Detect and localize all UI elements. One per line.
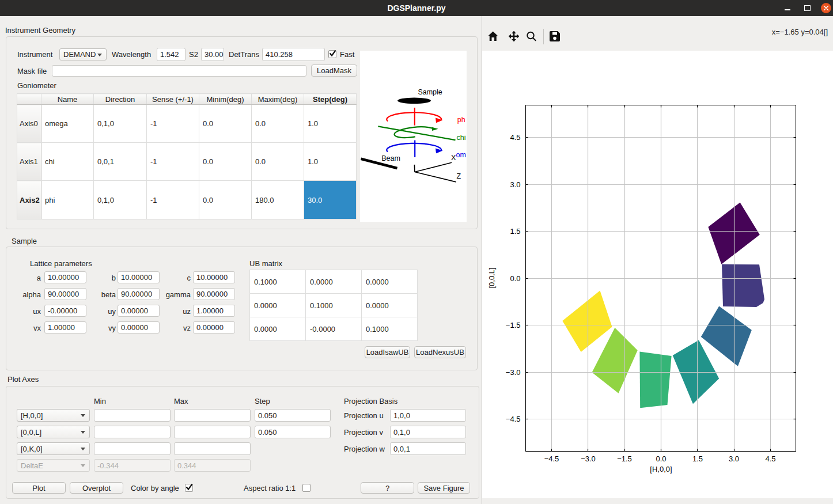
- svg-text:1.5: 1.5: [692, 454, 703, 463]
- svg-text:1.5: 1.5: [510, 227, 520, 236]
- svg-text:chi: chi: [457, 134, 466, 142]
- svg-text:X: X: [451, 154, 456, 162]
- svg-text:−1.5: −1.5: [506, 321, 521, 329]
- svg-text:0.0: 0.0: [656, 454, 666, 463]
- svg-text:[0,0,L]: [0,0,L]: [487, 267, 496, 288]
- svg-text:3.0: 3.0: [729, 454, 739, 463]
- svg-text:[H,0,0]: [H,0,0]: [650, 465, 672, 473]
- svg-text:om: om: [456, 151, 466, 159]
- svg-text:0.0: 0.0: [510, 274, 520, 283]
- svg-text:−3.0: −3.0: [506, 368, 521, 377]
- svg-text:−4.5: −4.5: [506, 415, 521, 423]
- svg-text:−1.5: −1.5: [617, 454, 632, 463]
- svg-text:Z: Z: [456, 172, 461, 180]
- svg-text:4.5: 4.5: [510, 133, 520, 142]
- svg-text:Sample: Sample: [418, 88, 442, 96]
- svg-text:3.0: 3.0: [510, 180, 520, 189]
- svg-text:−4.5: −4.5: [544, 454, 559, 463]
- svg-text:ph: ph: [457, 116, 465, 124]
- svg-text:Beam: Beam: [381, 154, 400, 162]
- svg-text:−3.0: −3.0: [581, 454, 596, 463]
- svg-text:4.5: 4.5: [765, 454, 775, 463]
